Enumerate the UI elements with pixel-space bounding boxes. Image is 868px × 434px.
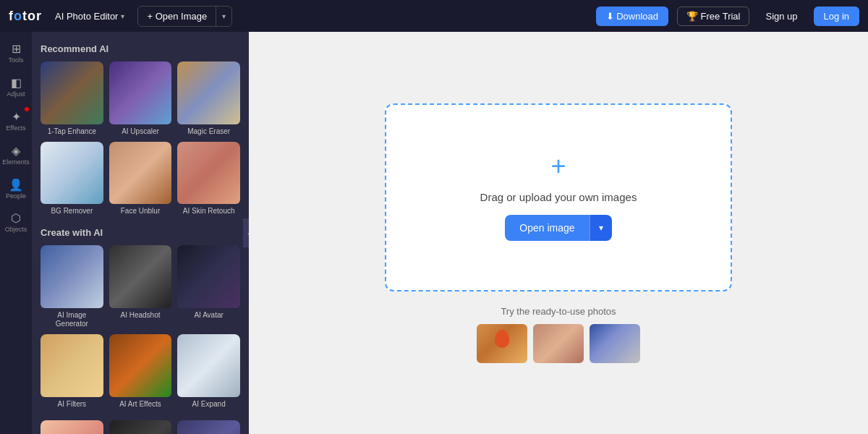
sidebar-item-people[interactable]: 👤 People	[1, 174, 30, 205]
ai-card-img-avatar	[177, 245, 240, 308]
ai-card-label-filters: AI Filters	[58, 400, 86, 409]
free-trial-button[interactable]: 🏆 Free Trial	[677, 7, 750, 26]
ai-card-img-bgremover	[41, 142, 103, 205]
ai-card-expand[interactable]: AI Expand	[177, 334, 240, 409]
ai-card-more3[interactable]	[177, 420, 240, 434]
ai-card-img-headshot	[109, 245, 172, 308]
ai-card-label-expand: AI Expand	[192, 400, 226, 409]
sidebar-item-effects[interactable]: ✦ Effects	[1, 106, 30, 137]
chevron-down-icon: ▾	[121, 12, 124, 20]
sample-photo-1[interactable]	[477, 324, 527, 363]
sample-photos	[477, 324, 640, 363]
ai-card-label-upscaler: AI Upscaler	[122, 127, 159, 136]
ai-card-filters[interactable]: AI Filters	[41, 334, 103, 409]
sidebar-item-objects[interactable]: ⬡ Objects	[1, 207, 30, 238]
log-in-button[interactable]: Log in	[814, 7, 859, 26]
sign-up-label: Sign up	[765, 11, 797, 22]
effects-icon: ✦	[12, 110, 21, 124]
ai-card-headshot[interactable]: AI Headshot	[109, 245, 172, 328]
ai-card-label-faceunblur: Face Unblur	[121, 207, 160, 216]
app-body: ⊞ Tools ◧ Adjust ✦ Effects ◈ Elements 👤 …	[0, 32, 868, 434]
ai-card-label-headshot: AI Headshot	[120, 311, 160, 320]
ai-card-label-bgremover: BG Remover	[51, 207, 93, 216]
sidebar-item-tools[interactable]: ⊞ Tools	[1, 38, 30, 69]
ai-card-more2[interactable]	[109, 420, 172, 434]
ai-photo-editor-button[interactable]: AI Photo Editor ▾	[51, 8, 129, 25]
icon-sidebar: ⊞ Tools ◧ Adjust ✦ Effects ◈ Elements 👤 …	[0, 32, 32, 434]
effects-label: Effects	[6, 125, 25, 132]
ai-card-img-arteffects	[109, 334, 172, 397]
free-trial-label: 🏆 Free Trial	[686, 11, 741, 22]
sample-text: Try the ready-to-use photos	[477, 306, 640, 317]
elements-label: Elements	[2, 159, 30, 166]
ai-card-avatar[interactable]: AI Avatar	[177, 245, 240, 328]
ai-card-label-skinretouch: AI Skin Retouch	[183, 207, 235, 216]
recommend-grid: 1-Tap Enhance AI Upscaler Magic Eraser B…	[41, 61, 240, 216]
plus-icon: +	[550, 153, 566, 179]
main-content: + Drag or upload your own images Open im…	[249, 32, 868, 434]
ai-card-img-skinretouch	[177, 142, 240, 205]
panel-sidebar: Recommend AI 1-Tap Enhance AI Upscaler M…	[32, 32, 249, 434]
people-icon: 👤	[9, 178, 23, 192]
open-image-header-button[interactable]: + Open Image ▾	[137, 6, 232, 27]
ai-card-1tap[interactable]: 1-Tap Enhance	[41, 61, 103, 136]
drag-text: Drag or upload your own images	[480, 191, 637, 203]
elements-icon: ◈	[12, 144, 20, 158]
create-section-title: Create with AI	[41, 227, 240, 238]
ai-card-img-more1	[41, 420, 103, 434]
ai-card-img-expand	[177, 334, 240, 397]
ai-card-img-faceunblur	[109, 142, 172, 205]
open-image-split-button[interactable]: Open image ▾	[505, 215, 611, 241]
download-label: ⬇ Download	[606, 11, 658, 22]
ai-card-bgremover[interactable]: BG Remover	[41, 142, 103, 216]
ai-card-label-1tap: 1-Tap Enhance	[48, 127, 96, 136]
ai-card-label-eraser: Magic Eraser	[187, 127, 230, 136]
sidebar-item-adjust[interactable]: ◧ Adjust	[1, 72, 30, 103]
ai-card-img-more3	[177, 420, 240, 434]
open-image-arrow-icon[interactable]: ▾	[216, 8, 231, 25]
objects-label: Objects	[5, 226, 27, 234]
ai-card-img-eraser	[177, 61, 240, 124]
more-grid	[41, 420, 240, 434]
ai-card-upscaler[interactable]: AI Upscaler	[109, 61, 172, 136]
ai-card-img-imggen	[41, 245, 103, 308]
ai-card-img-filters	[41, 334, 103, 397]
logo: fotor	[9, 9, 42, 24]
ai-card-more1[interactable]	[41, 420, 103, 434]
ai-card-eraser[interactable]: Magic Eraser	[177, 61, 240, 136]
ai-card-arteffects[interactable]: AI Art Effects	[109, 334, 172, 409]
open-image-split-arrow[interactable]: ▾	[590, 215, 612, 241]
adjust-icon: ◧	[11, 76, 22, 90]
open-image-main-label: + Open Image	[138, 7, 216, 26]
sample-section: Try the ready-to-use photos	[477, 306, 640, 363]
create-grid: AI Image Generator AI Headshot AI Avatar…	[41, 245, 240, 408]
upload-area[interactable]: + Drag or upload your own images Open im…	[385, 103, 732, 292]
download-button[interactable]: ⬇ Download	[596, 7, 668, 26]
collapse-panel-button[interactable]: ◀	[243, 218, 249, 247]
ai-card-skinretouch[interactable]: AI Skin Retouch	[177, 142, 240, 216]
ai-card-faceunblur[interactable]: Face Unblur	[109, 142, 172, 216]
header: fotor AI Photo Editor ▾ + Open Image ▾ ⬇…	[0, 0, 868, 32]
ai-card-img-more2	[109, 420, 172, 434]
open-image-split-main[interactable]: Open image	[505, 215, 589, 241]
sample-photo-2[interactable]	[533, 324, 584, 363]
sample-photo-3[interactable]	[590, 324, 640, 363]
ai-card-label-avatar: AI Avatar	[194, 311, 223, 320]
objects-icon: ⬡	[11, 211, 21, 225]
tools-icon: ⊞	[12, 42, 21, 56]
ai-card-label-arteffects: AI Art Effects	[119, 400, 161, 409]
adjust-label: Adjust	[7, 91, 25, 98]
sidebar-item-elements[interactable]: ◈ Elements	[1, 140, 30, 171]
recommend-section-title: Recommend AI	[41, 43, 240, 54]
ai-card-img-upscaler	[109, 61, 172, 124]
ai-card-imggen[interactable]: AI Image Generator	[41, 245, 103, 328]
ai-card-img-1tap	[41, 61, 103, 124]
people-label: People	[6, 193, 26, 200]
ai-photo-editor-label: AI Photo Editor	[55, 11, 118, 22]
sign-up-button[interactable]: Sign up	[758, 7, 804, 26]
log-in-label: Log in	[824, 11, 849, 22]
ai-card-label-imggen: AI Image Generator	[41, 311, 103, 328]
tools-label: Tools	[8, 57, 23, 64]
